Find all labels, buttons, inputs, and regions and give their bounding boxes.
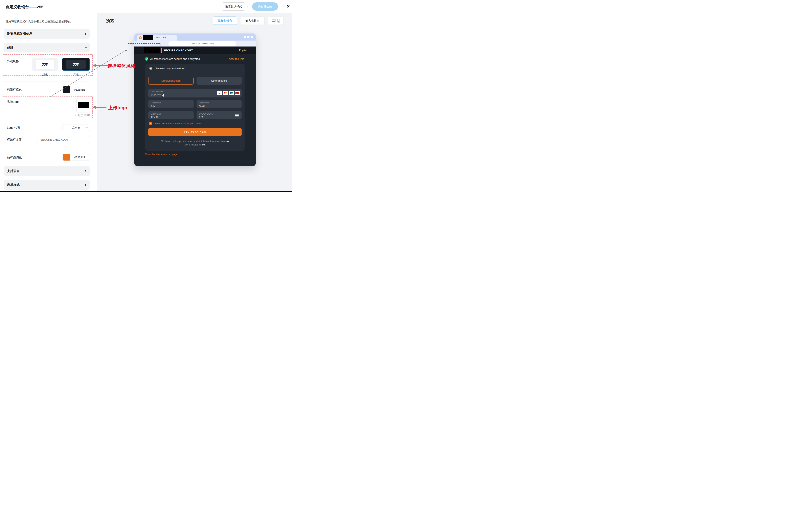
- jcb-icon: JCB: [229, 91, 234, 95]
- last-name-label: Last Name: [199, 101, 239, 104]
- first-name-value: John: [151, 105, 191, 108]
- mobile-icon[interactable]: [277, 19, 280, 22]
- save-card-label: Save card information for future purchas…: [154, 122, 202, 125]
- browser-chrome: Credit Card: [134, 34, 256, 41]
- tab-title: Credit Card: [154, 36, 166, 39]
- desktop-icon[interactable]: [272, 19, 276, 22]
- expiry-date-label: Expiry Date: [151, 113, 191, 115]
- card-number-value: 4200 ****: [151, 94, 161, 97]
- url-bar[interactable]: Checkout.xxxxxxxx.com: [168, 41, 236, 46]
- tab-credit-debit-card[interactable]: Credit/debit card: [148, 77, 194, 84]
- chevron-down-icon: ›: [247, 50, 250, 51]
- appearance-light-caption: 浅色: [32, 73, 58, 76]
- titlebar-color-swatch: [63, 86, 70, 93]
- browser-tab[interactable]: Credit Card: [137, 35, 177, 41]
- titlebar-color-picker[interactable]: #12181E: [62, 86, 90, 93]
- titlebar-color-value: #12181E: [70, 88, 90, 91]
- hipercard-icon: Hipercard: [235, 91, 240, 95]
- close-icon[interactable]: ×: [285, 3, 292, 10]
- page-title: 自定义收银台——255: [5, 4, 43, 10]
- first-name-field[interactable]: First Name John: [148, 100, 194, 108]
- tab-logo-redacted: [143, 35, 153, 40]
- chevron-down-icon: ›: [244, 59, 247, 59]
- section-brand[interactable]: 品牌 ›: [4, 43, 90, 53]
- first-name-label: First Name: [151, 101, 191, 104]
- titlebar-text-input[interactable]: [37, 136, 90, 143]
- panel-description: 使用特定的定义样式让收银台看上去更适合您的网站。: [5, 20, 93, 23]
- accent-color-picker[interactable]: #E8731F: [62, 154, 90, 161]
- redirect-checkout-button[interactable]: 跳转收银台: [213, 17, 237, 25]
- checkbox-checked-icon: ✓: [149, 122, 152, 125]
- chevron-down-icon: ›: [86, 127, 89, 128]
- chevron-right-icon: ›: [85, 169, 86, 173]
- pay-button[interactable]: PAY 29.90 CAD: [148, 128, 242, 136]
- device-toggle[interactable]: [268, 17, 283, 25]
- accent-color-swatch: [63, 154, 70, 160]
- chevron-right-icon: ›: [85, 183, 86, 187]
- credit-card-icon: [235, 113, 240, 117]
- shield-check-icon: [145, 57, 148, 61]
- section-form-style-label: 表单样式: [7, 183, 20, 187]
- order-amount[interactable]: $29.90 USD ›: [229, 57, 246, 61]
- header-separator: [161, 48, 162, 53]
- section-browser-tab-info[interactable]: 浏览器标签项信息 ›: [4, 29, 90, 39]
- order-amount-value: $29.90 USD: [229, 57, 244, 61]
- accent-color-label: 品牌强调色: [7, 155, 22, 159]
- section-brand-label: 品牌: [7, 45, 13, 50]
- expiry-date-field[interactable]: Expiry Date 12 / 26: [148, 111, 194, 119]
- checkout-header-title: SECURE CHECKOUT: [163, 49, 193, 52]
- cvv-value: 123: [199, 116, 239, 119]
- statement-note: All charges will appear on your credit /…: [145, 139, 244, 147]
- new-payment-method-radio[interactable]: Use new payment method: [149, 67, 185, 70]
- save-card-checkbox[interactable]: ✓ Save card information for future purch…: [149, 122, 202, 125]
- window-controls[interactable]: [244, 36, 253, 38]
- appearance-style-label: 外观风格: [7, 59, 19, 63]
- radio-selected-icon: [149, 67, 152, 70]
- new-payment-method-label: Use new payment method: [155, 67, 185, 70]
- embed-checkout-button[interactable]: 嵌入收银台: [240, 17, 265, 25]
- section-languages[interactable]: 支持语言 ›: [4, 166, 90, 176]
- mastercard-icon: mastercard: [223, 91, 228, 95]
- secure-note: All transactions are secure and encrypte…: [150, 57, 200, 60]
- chevron-down-icon: ›: [84, 47, 88, 48]
- logo-position-select[interactable]: 左对齐 ›: [62, 124, 90, 131]
- preview-title: 预览: [106, 18, 114, 23]
- browser-url-row: Checkout.xxxxxxxx.com: [134, 41, 256, 46]
- cancel-return-link[interactable]: Cancel and return order page: [145, 153, 178, 155]
- brand-logo-size-hint: 不超过 10KB: [53, 114, 90, 117]
- logo-position-label: Logo 位置: [7, 126, 20, 130]
- payment-card: Use new payment method Credit/debit card…: [145, 64, 244, 151]
- brand-logo-label: 品牌Logo: [7, 100, 20, 104]
- card-number-field[interactable]: Card Number 4200 **** VISA: [148, 89, 242, 97]
- appearance-light-option[interactable]: 文本: [32, 58, 58, 71]
- logo-position-value: 左对齐: [72, 126, 80, 130]
- statement-line1: All charges will appear on your credit /…: [161, 140, 225, 142]
- restore-default-button[interactable]: 恢复默认样式: [220, 2, 247, 11]
- visa-icon: VISA: [217, 91, 222, 95]
- section-browser-tab-info-label: 浏览器标签项信息: [7, 32, 32, 36]
- bottom-edge-bar: [0, 191, 292, 192]
- settings-panel: 使用特定的定义样式让收银台看上去更适合您的网站。 浏览器标签项信息 › 品牌 ›…: [0, 13, 97, 191]
- language-value: English: [239, 49, 247, 52]
- brand-logo-upload[interactable]: [76, 98, 90, 112]
- cvv-field[interactable]: CVV/CVC/CVN 123: [197, 111, 242, 119]
- appearance-dark-sample: 文本: [66, 60, 86, 69]
- save-apply-button[interactable]: 保存并生效: [252, 2, 278, 11]
- card-brand-icons: VISA mastercard JCB Hipercard: [217, 91, 240, 95]
- checkout-logo-redacted: [144, 47, 160, 53]
- section-form-style[interactable]: 表单样式 ›: [4, 180, 90, 190]
- preview-area: 预览 跳转收银台 嵌入收银台: [97, 13, 292, 192]
- accent-color-value: #E8731F: [70, 156, 90, 159]
- brand-logo-image: [78, 102, 89, 108]
- appearance-dark-option[interactable]: 文本: [62, 58, 90, 71]
- customize-checkout-window: 自定义收银台——255 恢复默认样式 保存并生效 × 使用特定的定义样式让收银台…: [0, 0, 292, 192]
- appearance-dark-caption: 深色: [62, 73, 90, 76]
- last-name-field[interactable]: Last Name Smith: [197, 100, 242, 108]
- tab-other-method[interactable]: Other method: [197, 77, 242, 84]
- language-select[interactable]: English ›: [239, 49, 250, 52]
- checkout-body: All transactions are secure and encrypte…: [134, 54, 256, 166]
- last-name-value: Smith: [199, 105, 239, 108]
- secure-row: All transactions are secure and encrypte…: [145, 57, 246, 61]
- titlebar-text-label: 标题栏文案: [7, 138, 22, 142]
- statement-line2: xxx is located in: [184, 144, 202, 146]
